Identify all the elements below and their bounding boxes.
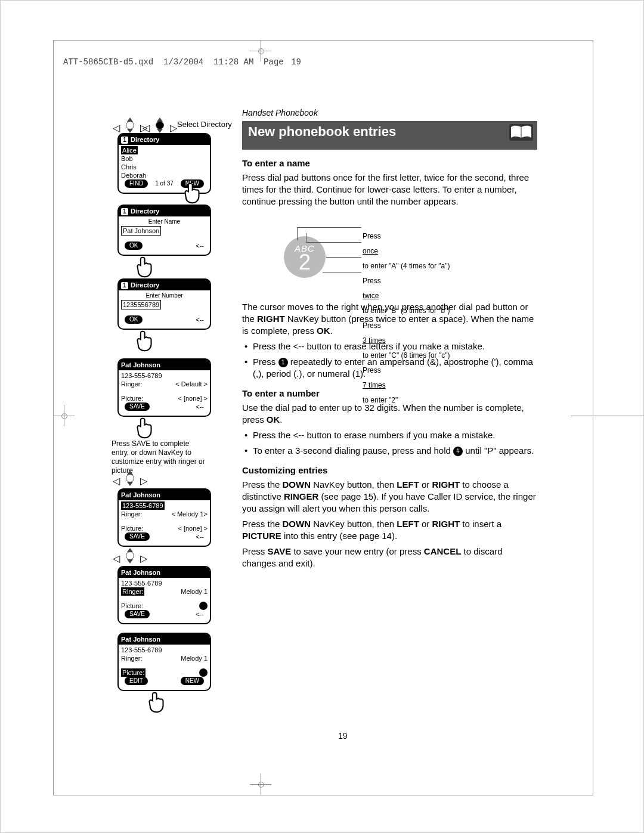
leader-line xyxy=(297,227,361,228)
section-title-bar: New phonebook entries xyxy=(242,121,537,150)
leader-line xyxy=(297,227,298,240)
page-number: 19 xyxy=(338,731,348,741)
new-softkey: NEW xyxy=(181,677,204,685)
para-enter-number: Use the dial pad to enter up to 32 digit… xyxy=(242,402,537,426)
para-ringer: Press the DOWN NavKey button, then LEFT … xyxy=(242,479,537,515)
save-softkey: SAVE xyxy=(125,402,150,411)
leader-line xyxy=(306,233,306,243)
pointing-hand-icon xyxy=(135,417,156,439)
para-cursor: The cursor moves to the right when you p… xyxy=(242,301,537,337)
name-input-preview: Pat Johnson xyxy=(121,226,161,236)
registration-mark-icon xyxy=(250,40,271,61)
leader-line xyxy=(323,272,361,272)
main-content-cont: The cursor moves to the right when you p… xyxy=(242,298,537,573)
number-input-preview: 1235556789 xyxy=(121,300,161,309)
back-softkey: <-- xyxy=(196,315,204,324)
registration-mark-icon xyxy=(53,405,75,426)
para-enter-name: Press dial pad buttons once for the firs… xyxy=(242,172,537,208)
picture-thumb-icon xyxy=(199,602,208,610)
screen-entry-picture-hi: Pat Johnson 123-555-6789 Ringer:Melody 1… xyxy=(117,633,211,691)
back-softkey: <-- xyxy=(196,402,204,411)
find-softkey: FIND xyxy=(125,179,148,188)
screen-enter-name: 1Directory Enter Name Pat Johnson OK <-- xyxy=(117,205,211,256)
save-softkey: SAVE xyxy=(125,532,150,541)
edit-softkey: EDIT xyxy=(125,677,148,685)
back-softkey: <-- xyxy=(196,610,204,618)
pointing-hand-icon xyxy=(135,330,156,352)
section-title: New phonebook entries xyxy=(248,124,396,139)
bullet-erase-letters: Press the <-- button to erase letters if… xyxy=(244,340,537,352)
pointing-hand-icon xyxy=(183,182,203,205)
key-hash-icon: # xyxy=(453,447,463,456)
screen-entry-ringer-hi: Pat Johnson 123-555-6789 Ringer:Melody 1… xyxy=(117,566,211,624)
pointing-hand-icon xyxy=(135,256,156,278)
para-save: Press SAVE to save your new entry (or pr… xyxy=(242,546,537,569)
main-content: Handset Phonebook New phonebook entries … xyxy=(242,108,537,211)
bullet-ampersand: Press 1 repeatedly to enter an ampersand… xyxy=(244,356,537,380)
leader-line xyxy=(326,257,361,258)
back-softkey: <-- xyxy=(196,241,204,250)
side-caption: Press SAVE to complete entry, or down Na… xyxy=(112,439,207,475)
ok-softkey: OK xyxy=(125,241,143,250)
section-subtitle: Handset Phonebook xyxy=(242,108,537,117)
navkey-icon: ◁▷ xyxy=(117,473,143,484)
header-date: 1/3/2004 xyxy=(163,57,203,67)
ok-softkey: OK xyxy=(125,315,143,324)
save-softkey: SAVE xyxy=(125,610,150,618)
heading-customizing: Customizing entries xyxy=(242,465,537,475)
navkey-label: Select Directory xyxy=(177,120,232,129)
navkey-icon: ◁▷ xyxy=(117,550,143,561)
navkey-icon: ◁▷ xyxy=(147,120,172,131)
header-time: 11:28 AM xyxy=(213,57,253,67)
phonebook-icon xyxy=(509,123,534,141)
para-picture: Press the DOWN NavKey button, then LEFT … xyxy=(242,518,537,542)
bullet-pause: To enter a 3-second dialing pause, press… xyxy=(244,445,537,457)
registration-mark-icon xyxy=(250,773,271,795)
heading-enter-number: To enter a number xyxy=(242,388,537,398)
screen-enter-number: 1Directory Enter Number 1235556789 OK <-… xyxy=(117,278,211,330)
pointing-hand-icon xyxy=(147,691,168,714)
bullet-erase-numbers: Press the <-- button to erase numbers if… xyxy=(244,429,537,441)
navkey-icon: ◁▷ xyxy=(117,120,143,131)
heading-enter-name: To enter a name xyxy=(242,158,537,168)
picture-thumb-icon xyxy=(199,668,208,677)
screen-entry-melody: Pat Johnson 123-555-6789 Ringer:< Melody… xyxy=(117,488,211,547)
header-file: ATT-5865CIB-d5.qxd xyxy=(63,57,153,67)
back-softkey: <-- xyxy=(196,532,204,541)
key-1-icon: 1 xyxy=(278,358,288,367)
screen-entry-defaults: Pat Johnson 123-555-6789 Ringer:< Defaul… xyxy=(117,358,211,417)
leader-line xyxy=(306,242,361,243)
registration-mark-icon xyxy=(571,405,644,426)
header-page-num: 19 xyxy=(291,57,301,67)
